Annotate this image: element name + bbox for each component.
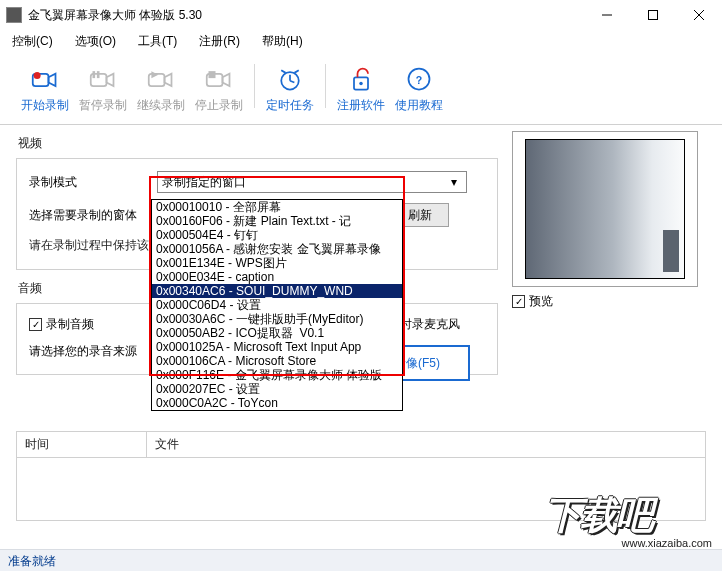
alarm-clock-icon <box>276 65 304 93</box>
toolbar-stop-label: 停止录制 <box>195 97 243 114</box>
menu-help[interactable]: 帮助(H) <box>256 31 309 52</box>
camera-stop-icon <box>205 65 233 93</box>
svg-rect-7 <box>93 71 96 78</box>
menu-tools[interactable]: 工具(T) <box>132 31 183 52</box>
svg-point-19 <box>359 82 363 86</box>
svg-text:?: ? <box>416 74 422 86</box>
toolbar-pause[interactable]: 暂停录制 <box>74 58 132 114</box>
highlight-box <box>149 176 405 376</box>
col-time[interactable]: 时间 <box>17 432 147 457</box>
record-audio-checkbox[interactable]: ✓ 录制音频 <box>29 316 157 333</box>
checkbox-checked-icon: ✓ <box>29 318 42 331</box>
menu-control[interactable]: 控制(C) <box>6 31 59 52</box>
mode-label: 录制模式 <box>29 174 145 191</box>
maximize-button[interactable] <box>630 0 676 30</box>
toolbar-tutorial[interactable]: ? 使用教程 <box>390 58 448 114</box>
help-icon: ? <box>405 65 433 93</box>
svg-marker-10 <box>151 71 158 78</box>
dropdown-item[interactable]: 0x000207EC - 设置 <box>152 382 402 396</box>
svg-line-16 <box>281 70 285 73</box>
col-file[interactable]: 文件 <box>147 432 705 457</box>
status-text: 准备就绪 <box>8 554 56 568</box>
svg-rect-1 <box>649 11 658 20</box>
toolbar-register[interactable]: 注册软件 <box>332 58 390 114</box>
file-table[interactable]: 时间 文件 <box>16 431 706 521</box>
video-section-title: 视频 <box>18 135 498 152</box>
preview-image <box>525 139 685 279</box>
chevron-down-icon: ▾ <box>446 175 462 189</box>
title-bar: 金飞翼屏幕录像大师 体验版 5.30 <box>0 0 722 30</box>
window-label: 选择需要录制的窗体 <box>29 207 145 224</box>
window-title: 金飞翼屏幕录像大师 体验版 5.30 <box>28 7 584 24</box>
svg-rect-12 <box>209 71 216 78</box>
svg-point-5 <box>34 72 41 79</box>
svg-rect-9 <box>149 74 165 86</box>
app-icon <box>6 7 22 23</box>
watermark-url: www.xiazaiba.com <box>544 537 712 549</box>
toolbar: 开始录制 暂停录制 继续录制 停止录制 定时任务 注册软件 ? 使用教程 <box>0 52 722 125</box>
svg-rect-8 <box>97 71 100 78</box>
camera-pause-icon <box>89 65 117 93</box>
camera-record-icon <box>31 65 59 93</box>
toolbar-separator <box>325 64 326 108</box>
toolbar-separator <box>254 64 255 108</box>
toolbar-resume-label: 继续录制 <box>137 97 185 114</box>
toolbar-pause-label: 暂停录制 <box>79 97 127 114</box>
audio-source-label: 请选择您的录音来源 <box>29 343 145 360</box>
toolbar-timer[interactable]: 定时任务 <box>261 58 319 114</box>
preview-panel <box>512 131 698 287</box>
menu-options[interactable]: 选项(O) <box>69 31 122 52</box>
menu-bar: 控制(C) 选项(O) 工具(T) 注册(R) 帮助(H) <box>0 30 722 52</box>
lock-open-icon <box>347 65 375 93</box>
record-audio-label: 录制音频 <box>46 316 94 333</box>
toolbar-resume[interactable]: 继续录制 <box>132 58 190 114</box>
menu-register[interactable]: 注册(R) <box>193 31 246 52</box>
svg-line-17 <box>294 70 298 73</box>
table-header: 时间 文件 <box>17 432 705 458</box>
checkbox-checked-icon: ✓ <box>512 295 525 308</box>
preview-label: 预览 <box>529 293 553 310</box>
toolbar-stop[interactable]: 停止录制 <box>190 58 248 114</box>
toolbar-tutorial-label: 使用教程 <box>395 97 443 114</box>
camera-resume-icon <box>147 65 175 93</box>
dropdown-item[interactable]: 0x000C0A2C - ToYcon <box>152 396 402 410</box>
status-bar: 准备就绪 <box>0 549 722 571</box>
minimize-button[interactable] <box>584 0 630 30</box>
toolbar-start-label: 开始录制 <box>21 97 69 114</box>
svg-line-15 <box>290 81 294 83</box>
toolbar-start[interactable]: 开始录制 <box>16 58 74 114</box>
toolbar-register-label: 注册软件 <box>337 97 385 114</box>
close-button[interactable] <box>676 0 722 30</box>
toolbar-timer-label: 定时任务 <box>266 97 314 114</box>
preview-checkbox[interactable]: ✓ 预览 <box>512 293 706 310</box>
